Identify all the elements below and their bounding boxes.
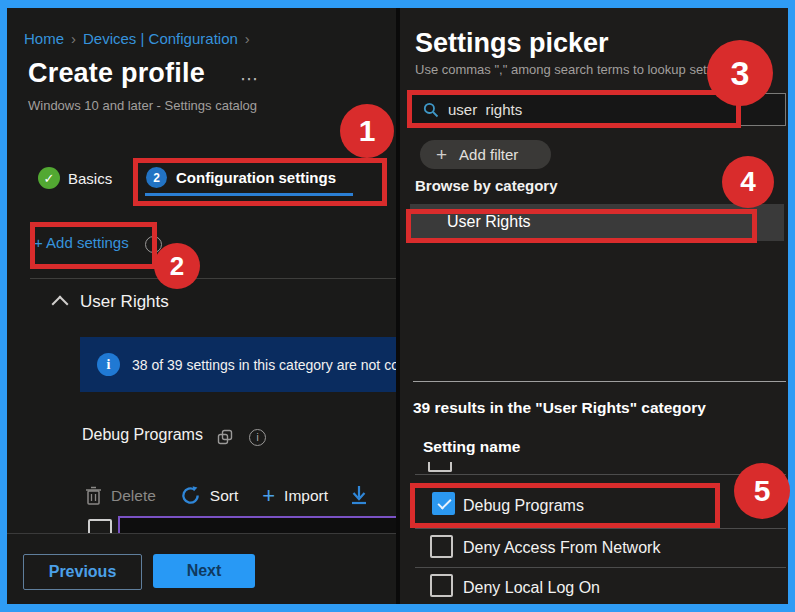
plus-icon: + [262,487,275,505]
breadcrumb-separator: › [245,30,250,47]
add-settings-link[interactable]: + Add settings [34,234,129,251]
search-icon [423,102,439,118]
download-icon [350,485,368,506]
info-icon: i [97,353,120,376]
settings-search-box [410,93,786,126]
settings-picker-title: Settings picker [415,28,609,59]
add-filter-button[interactable]: + Add filter [420,140,551,169]
trash-icon [85,486,102,506]
create-profile-panel: Home›Devices | Configuration› Create pro… [7,8,396,604]
breadcrumb: Home›Devices | Configuration› [24,30,257,47]
scope-overlap-icon [216,428,234,446]
tab-configuration-settings[interactable]: Configuration settings [176,169,336,186]
page-title: Create profile [28,58,205,89]
sort-button[interactable]: Sort [180,485,238,506]
setting-name: Deny Access From Network [463,539,660,557]
tab-basics[interactable]: Basics [68,170,112,187]
setting-name: Deny Local Log On [463,579,600,597]
column-header-setting-name: Setting name [423,438,520,456]
row-divider [415,474,786,475]
import-label: Import [284,487,328,505]
next-button[interactable]: Next [153,554,255,588]
settings-picker-panel: Settings picker Use commas "," among sea… [400,8,788,604]
basics-complete-check-icon: ✓ [38,167,60,189]
page-subtitle: Windows 10 and later - Settings catalog [28,98,257,113]
plus-icon: + [436,145,447,164]
chevron-up-icon[interactable] [52,296,69,313]
setting-checkbox[interactable] [432,492,455,515]
category-section-title: User Rights [80,292,169,312]
info-banner: i 38 of 39 settings in this category are… [80,337,396,392]
breadcrumb-devices-configuration-link[interactable]: Devices | Configuration [83,30,238,47]
active-tab-underline [145,193,353,196]
divider [413,381,786,382]
results-summary: 39 results in the "User Rights" category [413,399,706,417]
export-button[interactable] [350,485,368,506]
settings-toolbar: Delete Sort + Import [85,485,368,506]
search-input[interactable] [448,101,785,118]
category-label: User Rights [447,213,531,231]
setting-checkbox-partial[interactable] [428,462,452,472]
row-divider [415,567,786,568]
delete-button[interactable]: Delete [85,486,156,506]
step-2-badge-icon: 2 [146,167,167,188]
delete-label: Delete [111,487,156,505]
divider [30,278,396,279]
settings-picker-subtitle: Use commas "," among search terms to loo… [415,62,787,77]
setting-name: Debug Programs [463,497,584,515]
import-button[interactable]: + Import [262,487,328,505]
add-settings-info-icon[interactable]: i [145,236,162,253]
previous-button[interactable]: Previous [23,554,142,590]
row-divider [415,528,786,529]
add-filter-label: Add filter [459,146,518,163]
wizard-footer: Previous Next [7,533,396,604]
setting-checkbox[interactable] [430,574,453,597]
breadcrumb-separator: › [71,30,76,47]
breadcrumb-home-link[interactable]: Home [24,30,64,47]
sort-label: Sort [210,487,238,505]
browse-by-category-heading: Browse by category [415,177,558,194]
setting-checkbox[interactable] [430,535,453,558]
screenshot-frame: Home›Devices | Configuration› Create pro… [0,0,795,612]
setting-label-debug-programs: Debug Programs [82,426,203,444]
overflow-menu-icon[interactable]: ⋯ [240,68,258,90]
info-banner-text: 38 of 39 settings in this category are n… [132,357,396,373]
category-item-user-rights[interactable]: User Rights [410,204,784,241]
sort-refresh-icon [180,485,201,506]
setting-info-icon[interactable]: i [249,429,266,446]
